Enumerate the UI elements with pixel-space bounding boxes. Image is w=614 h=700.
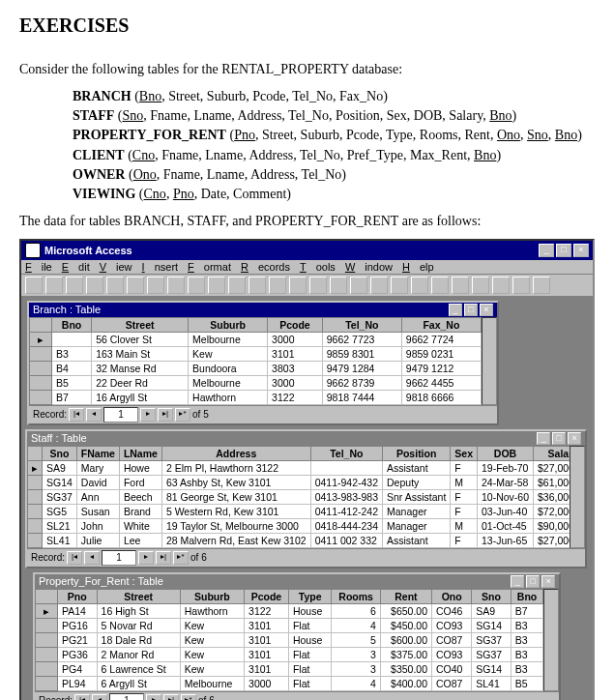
cell[interactable]: $450.00 <box>380 618 431 632</box>
cell[interactable]: $375.00 <box>380 647 431 661</box>
cell[interactable]: B5 <box>52 375 92 390</box>
cell[interactable]: PG4 <box>58 661 98 676</box>
branch-min[interactable]: _ <box>449 304 462 316</box>
cell[interactable]: 19 Taylor St, Melbourne 3000 <box>161 518 310 533</box>
row-selector[interactable] <box>30 390 52 404</box>
cell[interactable]: 3000 <box>268 375 323 390</box>
cell[interactable]: 32 Manse Rd <box>92 361 189 375</box>
col-Sno[interactable]: Sno <box>472 589 512 603</box>
branch-grid[interactable]: BnoStreetSuburbPcodeTel_NoFax_No▸56 Clov… <box>29 317 482 405</box>
toolbar-btn-13[interactable] <box>289 277 307 294</box>
cell[interactable]: $27,000.00 <box>534 460 570 475</box>
cell[interactable]: 163 Main St <box>92 346 189 361</box>
cell[interactable]: SG14 <box>472 618 512 632</box>
row-selector[interactable]: ▸ <box>28 460 43 475</box>
cell[interactable]: 9859 8301 <box>322 346 401 361</box>
row-selector[interactable] <box>28 489 43 504</box>
cell[interactable]: Deputy <box>383 475 451 489</box>
row-selector[interactable]: ▸ <box>36 603 58 618</box>
cell[interactable] <box>52 332 92 346</box>
cell[interactable]: SG14 <box>472 661 512 676</box>
cell[interactable]: Lee <box>119 533 161 547</box>
cell[interactable]: 3 <box>332 661 380 676</box>
cell[interactable]: 5 <box>332 632 380 647</box>
row-selector[interactable] <box>36 647 58 661</box>
cell[interactable]: CO46 <box>432 603 472 618</box>
cell[interactable]: 3101 <box>245 632 289 647</box>
cell[interactable]: 9479 1212 <box>401 361 481 375</box>
cell[interactable]: Manager <box>383 518 451 533</box>
nav-current[interactable] <box>109 693 144 700</box>
cell[interactable]: 18 Dale Rd <box>97 632 180 647</box>
toolbar-btn-24[interactable] <box>512 277 530 294</box>
cell[interactable]: $400.00 <box>380 676 431 690</box>
cell[interactable]: 0411-942-432 <box>310 475 382 489</box>
col-Suburb[interactable]: Suburb <box>180 589 244 603</box>
cell[interactable]: Assistant <box>383 533 451 547</box>
cell[interactable]: SG14 <box>43 475 77 489</box>
toolbar-btn-22[interactable] <box>472 277 489 294</box>
cell[interactable]: PG21 <box>58 632 98 647</box>
cell[interactable]: House <box>288 632 332 647</box>
cell[interactable]: 63 Ashby St, Kew 3101 <box>161 475 310 489</box>
cell[interactable]: $600.00 <box>380 632 431 647</box>
row-selector[interactable] <box>28 533 43 547</box>
cell[interactable]: Melbourne <box>180 676 244 690</box>
cell[interactable]: 9818 6666 <box>401 390 481 404</box>
cell[interactable]: 3101 <box>245 647 289 661</box>
cell[interactable]: B3 <box>511 618 542 632</box>
cell[interactable]: 3000 <box>268 332 323 346</box>
col-Rooms[interactable]: Rooms <box>332 589 380 603</box>
nav-last[interactable]: ▸| <box>163 694 179 700</box>
col-Pcode[interactable]: Pcode <box>268 317 323 332</box>
cell[interactable]: 4 <box>332 676 380 690</box>
cell[interactable]: SG37 <box>472 632 512 647</box>
cell[interactable]: CO87 <box>432 632 472 647</box>
nav-first[interactable]: |◂ <box>74 694 90 700</box>
property-max[interactable]: □ <box>526 575 540 588</box>
cell[interactable]: 56 Clover St <box>92 332 189 346</box>
cell[interactable]: F <box>451 504 478 518</box>
nav-new[interactable]: ▸* <box>173 551 189 565</box>
cell[interactable]: 2 Manor Rd <box>97 647 180 661</box>
toolbar-btn-18[interactable] <box>391 277 408 294</box>
cell[interactable] <box>310 460 382 475</box>
toolbar-btn-16[interactable] <box>350 277 367 294</box>
cell[interactable]: B3 <box>511 661 542 676</box>
row-selector[interactable] <box>36 661 58 676</box>
cell[interactable]: Snr Assistant <box>383 489 451 504</box>
cell[interactable]: 0411-412-242 <box>310 504 382 518</box>
cell[interactable]: 0418-444-234 <box>310 518 382 533</box>
cell[interactable]: Kew <box>189 346 268 361</box>
cell[interactable]: 3101 <box>268 346 323 361</box>
col-Street[interactable]: Street <box>97 589 180 603</box>
nav-next[interactable]: ▸ <box>138 551 154 565</box>
col-Pno[interactable]: Pno <box>58 589 98 603</box>
cell[interactable]: 3122 <box>268 390 323 404</box>
col-LName[interactable]: LName <box>119 446 161 460</box>
menu-insert[interactable]: Insert <box>142 261 179 273</box>
cell[interactable]: Melbourne <box>189 375 268 390</box>
nav-first[interactable]: |◂ <box>69 408 84 422</box>
toolbar-btn-4[interactable] <box>106 277 124 294</box>
cell[interactable]: Susan <box>76 504 119 518</box>
scrollbar-v[interactable] <box>543 589 559 691</box>
property-grid[interactable]: PnoStreetSuburbPcodeTypeRoomsRentOnoSnoB… <box>35 589 543 691</box>
cell[interactable]: 9662 4455 <box>401 375 481 390</box>
col-Type[interactable]: Type <box>288 589 332 603</box>
cell[interactable]: $36,000.00 <box>534 489 570 504</box>
row-selector[interactable] <box>36 618 58 632</box>
nav-last[interactable]: ▸| <box>158 408 173 422</box>
cell[interactable]: Ann <box>76 489 119 504</box>
cell[interactable]: Kew <box>180 661 244 676</box>
cell[interactable]: 9859 0231 <box>401 346 481 361</box>
toolbar-btn-6[interactable] <box>147 277 164 294</box>
col-FName[interactable]: FName <box>76 446 119 460</box>
cell[interactable]: F <box>451 489 478 504</box>
cell[interactable]: M <box>451 518 478 533</box>
cell[interactable]: CO87 <box>432 676 472 690</box>
row-selector[interactable] <box>36 676 58 690</box>
toolbar-btn-9[interactable] <box>208 277 225 294</box>
cell[interactable]: 10-Nov-60 <box>478 489 534 504</box>
property-min[interactable]: _ <box>511 575 524 588</box>
